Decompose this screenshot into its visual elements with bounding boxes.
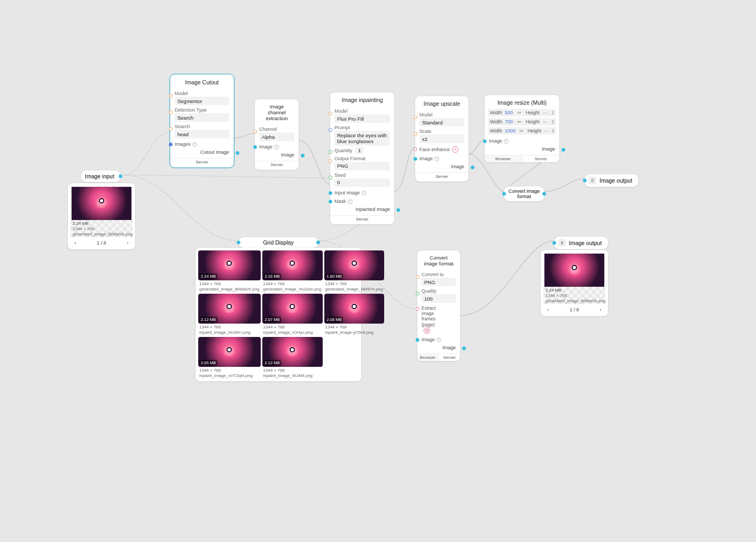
help-icon[interactable]: ? <box>437 337 441 342</box>
output-port[interactable] <box>562 148 565 152</box>
input-port-image[interactable] <box>414 157 417 161</box>
node-title: Image resize (Multi) <box>485 99 559 109</box>
node-image-output-2[interactable]: 8 Image output <box>554 237 608 249</box>
input-port[interactable] <box>329 128 332 132</box>
node-title: Image input <box>85 173 114 179</box>
input-port[interactable] <box>329 112 332 115</box>
grid-item[interactable]: 2.07 MB1344 × 768inpaint_image_rOHyo.png <box>262 294 323 335</box>
preview-thumbnail[interactable] <box>544 254 604 287</box>
compute-browser[interactable]: Browser <box>485 155 523 162</box>
output-port[interactable] <box>396 208 400 212</box>
grid-item[interactable]: 2.05 MB1344 × 768inpaint_image_vVT2qM.pn… <box>198 337 261 379</box>
help-icon[interactable]: ? <box>348 199 353 204</box>
node-image-upscale[interactable]: Image upscale ModelStandard Scalex2 Face… <box>415 96 469 182</box>
close-icon[interactable]: × <box>452 146 458 153</box>
file-dims: 1344 × 768 <box>73 226 130 232</box>
help-icon[interactable]: ? <box>362 191 367 195</box>
node-title: Image channel extraction <box>255 104 299 124</box>
compute-location: Server <box>255 161 299 168</box>
grid-item[interactable]: 1.80 MB1344 × 768generated_image_NkRl7n.… <box>324 250 385 292</box>
input-port-mask[interactable] <box>329 200 332 203</box>
grid-thumbnail[interactable]: 2.12 MB <box>198 294 261 324</box>
next-button[interactable]: › <box>124 239 131 247</box>
node-image-output-1[interactable]: 0 Image output <box>584 174 638 187</box>
grid-item[interactable]: 2.08 MB1344 × 768inpaint_image-yO5vit.pn… <box>324 294 385 335</box>
help-icon[interactable]: ? <box>274 145 279 150</box>
next-button[interactable]: › <box>597 306 604 313</box>
link-icon[interactable]: ⇔ <box>516 110 523 115</box>
node-image-input[interactable]: Image input <box>81 170 121 182</box>
compute-browser[interactable]: Browser <box>417 354 439 361</box>
input-port[interactable] <box>169 94 173 98</box>
node-title: Grid Display <box>263 239 293 246</box>
input-port[interactable] <box>329 159 332 163</box>
input-port[interactable] <box>414 147 417 151</box>
node-convert-format-1[interactable]: Convert image format <box>504 186 544 201</box>
input-port[interactable] <box>329 176 332 179</box>
grid-thumbnail[interactable]: 2.05 MB <box>198 337 261 367</box>
input-port-input-image[interactable] <box>329 191 332 195</box>
node-image-resize-multi[interactable]: Image resize (Multi) Width500⇔Height—1Wi… <box>485 95 559 162</box>
help-icon[interactable]: ? <box>192 142 197 147</box>
link-icon[interactable]: ⇔ <box>518 128 525 133</box>
prev-button[interactable]: ‹ <box>544 306 552 313</box>
node-title: Convert image format <box>508 188 541 199</box>
grid-item[interactable]: 2.12 MB1344 × 768inpaint_image_WJ4M.png <box>262 337 323 379</box>
input-port[interactable] <box>414 115 417 119</box>
prev-button[interactable]: ‹ <box>72 239 79 247</box>
input-port[interactable] <box>253 130 257 133</box>
input-port-images[interactable] <box>169 143 173 146</box>
settings-icon[interactable]: ⚙ <box>424 327 430 334</box>
node-channel-extraction[interactable]: Image channel extraction ChannelAlpha Im… <box>255 99 299 170</box>
output-port[interactable] <box>316 241 320 245</box>
link-icon[interactable]: ⇔ <box>516 119 523 124</box>
compute-server[interactable]: Server <box>523 155 560 162</box>
node-image-cutout[interactable]: Image Cutout ModelSegmentor Detection Ty… <box>170 75 233 167</box>
input-port[interactable] <box>414 132 417 136</box>
output-port[interactable] <box>542 192 546 196</box>
grid-thumbnail[interactable]: 1.80 MB <box>324 250 385 280</box>
input-port-image[interactable] <box>483 139 487 143</box>
grid-display-panel: 2.24 MB1344 × 768generated_image_B0kfaVb… <box>196 248 361 381</box>
resize-row[interactable]: Width500⇔Height—1 <box>488 109 556 116</box>
input-port[interactable] <box>329 150 332 154</box>
grid-thumbnail[interactable]: 2.24 MB <box>198 250 261 280</box>
output-port[interactable] <box>236 151 239 155</box>
input-port[interactable] <box>416 275 419 279</box>
help-icon[interactable]: ? <box>434 156 439 161</box>
grid-thumbnail[interactable]: 2.08 MB <box>324 294 385 324</box>
input-port-image[interactable] <box>253 145 257 149</box>
node-convert-format-2[interactable]: Convert image format Convert toPNG Quali… <box>417 250 460 361</box>
grid-thumbnail[interactable]: 2.07 MB <box>262 294 323 324</box>
input-port[interactable] <box>237 241 240 245</box>
node-image-inpainting[interactable]: Image inpainting ModelFlux Pro Fill Prom… <box>330 92 394 224</box>
node-title: Image Cutout <box>170 79 233 89</box>
help-icon[interactable]: ? <box>504 139 509 144</box>
input-port[interactable] <box>583 179 587 183</box>
output-port[interactable] <box>471 166 474 169</box>
grid-thumbnail[interactable]: 2.12 MB <box>262 337 323 367</box>
grid-item[interactable]: 2.16 MB1344 × 768generated_image_mU2wx.p… <box>262 250 323 292</box>
compute-server[interactable]: Server <box>439 354 461 361</box>
image-output-preview-panel: 2.24 MB 1344 × 768 generated_image_B0kfa… <box>541 250 608 316</box>
file-size: 2.24 MB <box>73 221 130 226</box>
output-count-badge: 8 <box>558 239 566 247</box>
output-port[interactable] <box>462 347 466 350</box>
grid-thumbnail[interactable]: 2.16 MB <box>262 250 323 280</box>
input-port[interactable] <box>502 192 506 196</box>
input-port-image[interactable] <box>416 338 419 342</box>
input-port[interactable] <box>169 127 173 131</box>
node-grid-display[interactable]: Grid Display <box>238 237 318 248</box>
input-port[interactable] <box>552 241 556 245</box>
output-port[interactable] <box>119 175 122 178</box>
grid-item[interactable]: 2.12 MB1344 × 768inpaint_image_HoSN-t.pn… <box>198 294 261 335</box>
input-port[interactable] <box>416 292 419 295</box>
file-dims: 1344 × 768 <box>545 293 603 299</box>
resize-row[interactable]: Width700⇔Height—2 <box>488 118 556 125</box>
output-port[interactable] <box>301 154 305 158</box>
grid-item[interactable]: 2.24 MB1344 × 768generated_image_B0kfaVb… <box>198 250 261 292</box>
preview-thumbnail[interactable] <box>72 187 131 220</box>
resize-row[interactable]: Width1000⇔Height—3 <box>488 127 556 135</box>
input-port[interactable] <box>416 307 419 311</box>
input-port[interactable] <box>169 111 173 114</box>
